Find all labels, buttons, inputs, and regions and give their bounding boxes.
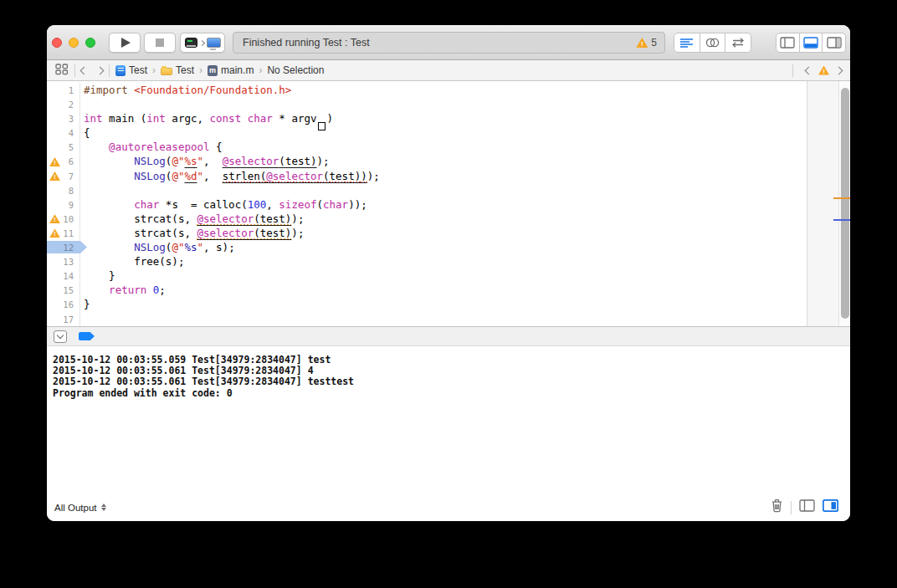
version-editor-button[interactable] (725, 33, 751, 53)
code-line[interactable]: 17 (47, 312, 807, 326)
clear-console-button[interactable] (771, 499, 783, 516)
standard-editor-button[interactable] (674, 33, 700, 53)
code-line[interactable]: 12 NSLog(@"%s", s); (47, 240, 807, 254)
code-line-text (80, 183, 84, 197)
line-number-gutter[interactable]: 9 (47, 197, 80, 212)
breadcrumb-item[interactable]: Test (115, 64, 147, 76)
line-number-gutter[interactable]: 12 (47, 240, 80, 254)
console-bottom-bar: All Output (47, 493, 850, 521)
go-forward-button[interactable] (96, 66, 105, 74)
line-number-gutter[interactable]: 5 (47, 140, 80, 154)
debug-console: 2015-10-12 00:03:55.059 Test[34979:28340… (47, 348, 850, 493)
code-line[interactable]: 6 NSLog(@"%s", @selector(test)); (47, 154, 807, 168)
line-number-gutter[interactable]: 3 (47, 111, 80, 125)
warning-icon (636, 38, 648, 48)
related-items-button[interactable] (55, 63, 69, 78)
code-line[interactable]: 3int main (int argc, const char * argv[]… (47, 111, 807, 125)
code-line[interactable]: 15 return 0; (47, 283, 807, 297)
code-line[interactable]: 5 @autoreleasepool { (47, 140, 807, 154)
line-warning-icon[interactable] (49, 228, 60, 238)
line-number: 4 (69, 128, 74, 138)
line-number: 3 (69, 114, 74, 124)
scrollbar-thumb[interactable] (841, 88, 849, 319)
close-window-button[interactable] (52, 38, 62, 48)
line-number-gutter[interactable]: 17 (47, 312, 80, 326)
line-warning-icon[interactable] (49, 157, 60, 166)
code-line[interactable]: 1#import <Foundation/Foundation.h> (47, 83, 807, 97)
minimize-window-button[interactable] (69, 38, 79, 48)
line-number-gutter[interactable]: 6 (47, 154, 80, 168)
code-line[interactable]: 9 char *s = calloc(100, sizeof(char)); (47, 197, 807, 212)
output-filter-label: All Output (54, 503, 97, 513)
line-number: 1 (69, 85, 74, 95)
line-number: 10 (63, 214, 74, 224)
hide-debug-area-button[interactable] (54, 330, 67, 343)
code-line-text: NSLog(@"%s", @selector(test)); (80, 154, 330, 168)
breadcrumb-item[interactable]: Test (161, 64, 194, 76)
jump-bar: Test›Test›mmain.m›No Selection (47, 60, 850, 81)
line-number-gutter[interactable]: 1 (47, 83, 80, 97)
source-editor[interactable]: 1#import <Foundation/Foundation.h>23int … (47, 81, 850, 326)
zoom-window-button[interactable] (85, 38, 95, 48)
stop-button[interactable] (144, 33, 176, 53)
status-text: Finished running Test : Test (243, 37, 636, 49)
toggle-debug-area-button[interactable] (800, 33, 823, 53)
scheme-terminal-icon (185, 38, 197, 48)
breadcrumb-item[interactable]: No Selection (267, 64, 324, 76)
updown-chevrons-icon (101, 504, 106, 511)
code-line[interactable]: 7 NSLog(@"%d", strlen(@selector(test))); (47, 169, 807, 183)
line-number: 8 (69, 186, 74, 196)
code-line[interactable]: 2 (47, 97, 807, 111)
code-line-text: strcat(s, @selector(test)); (80, 212, 304, 226)
code-line[interactable]: 13 free(s); (47, 254, 807, 268)
code-line-text: } (80, 268, 115, 283)
code-line[interactable]: 14 } (47, 268, 807, 283)
line-warning-icon[interactable] (49, 214, 60, 223)
run-button[interactable] (109, 33, 141, 53)
warning-count-badge[interactable]: 5 (636, 37, 657, 49)
code-line[interactable]: 11 strcat(s, @selector(test)); (47, 226, 807, 240)
debug-area-panel-icon (803, 37, 818, 49)
line-number: 16 (63, 299, 74, 309)
code-line[interactable]: 8 (47, 183, 807, 197)
destination-mac-icon (207, 38, 221, 48)
line-number-gutter[interactable]: 10 (47, 212, 80, 226)
line-number: 5 (69, 142, 74, 152)
show-console-view-button[interactable] (823, 499, 838, 515)
code-lines: 1#import <Foundation/Foundation.h>23int … (47, 83, 807, 326)
line-number-gutter[interactable]: 16 (47, 297, 80, 311)
workspace-view-group (776, 33, 846, 53)
code-line[interactable]: 16} (47, 297, 807, 311)
line-number-gutter[interactable]: 7 (47, 169, 80, 183)
code-line-text: strcat(s, @selector(test)); (80, 226, 304, 240)
related-items-grid-icon (55, 63, 69, 75)
breakpoints-toggle-icon[interactable] (79, 332, 95, 340)
line-number-gutter[interactable]: 15 (47, 283, 80, 297)
code-line-text: char *s = calloc(100, sizeof(char)); (80, 197, 367, 212)
line-number-gutter[interactable]: 11 (47, 226, 80, 240)
breadcrumb: Test›Test›mmain.m›No Selection (115, 64, 324, 76)
next-issue-button[interactable] (835, 66, 843, 74)
line-number-gutter[interactable]: 4 (47, 125, 80, 140)
line-warning-icon[interactable] (49, 171, 60, 181)
line-number: 13 (63, 257, 74, 267)
code-line[interactable]: 4{ (47, 125, 807, 140)
variables-view-icon (799, 499, 815, 512)
line-number-gutter[interactable]: 2 (47, 97, 80, 111)
output-filter-select[interactable]: All Output (54, 503, 106, 513)
assistant-editor-button[interactable] (700, 33, 726, 53)
code-line[interactable]: 10 strcat(s, @selector(test)); (47, 212, 807, 226)
issue-warning-icon[interactable] (818, 66, 829, 75)
toggle-utilities-button[interactable] (823, 33, 846, 53)
line-number-gutter[interactable]: 14 (47, 268, 80, 283)
breadcrumb-label: main.m (221, 64, 254, 76)
line-number-gutter[interactable]: 8 (47, 183, 80, 197)
show-variables-view-button[interactable] (799, 499, 815, 515)
go-back-button[interactable] (80, 66, 89, 74)
breadcrumb-separator: › (198, 64, 203, 76)
scheme-selector[interactable] (180, 33, 225, 53)
line-number-gutter[interactable]: 13 (47, 254, 80, 268)
previous-issue-button[interactable] (805, 66, 813, 74)
toggle-navigator-button[interactable] (776, 33, 800, 53)
breadcrumb-item[interactable]: mmain.m (208, 64, 254, 76)
